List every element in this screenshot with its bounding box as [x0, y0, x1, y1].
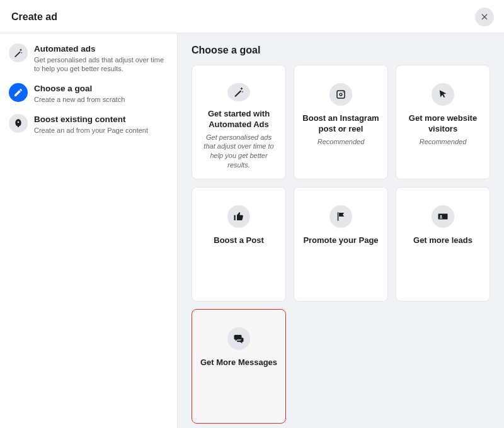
- cursor-icon: [432, 83, 454, 106]
- dialog-header: Create ad: [0, 0, 504, 33]
- sidebar-item-desc: Create a new ad from scratch: [34, 95, 125, 104]
- dialog-title: Create ad: [11, 11, 57, 23]
- card-sub: Recommended: [420, 137, 467, 147]
- sidebar: Automated ads Get personalised ads that …: [0, 33, 178, 428]
- main-heading: Choose a goal: [192, 45, 490, 56]
- card-title: Promote your Page: [303, 235, 378, 246]
- goal-grid: Get started with Automated Ads Get perso…: [192, 65, 490, 424]
- card-title: Get started with Automated Ads: [198, 109, 279, 130]
- sidebar-item-automated-ads[interactable]: Automated ads Get personalised ads that …: [5, 40, 172, 79]
- sidebar-item-title: Choose a goal: [34, 83, 125, 94]
- goal-card-get-leads[interactable]: Get more leads: [396, 187, 490, 301]
- flag-icon: [329, 205, 352, 228]
- sidebar-item-desc: Get personalised ads that adjust over ti…: [34, 55, 166, 74]
- card-sub: Recommended: [318, 137, 365, 147]
- wand-icon: [9, 43, 28, 62]
- card-desc: Get personalised ads that adjust over ti…: [198, 133, 279, 170]
- card-title: Get More Messages: [200, 358, 277, 368]
- card-title: Boost a Post: [214, 235, 263, 246]
- close-button[interactable]: [475, 8, 494, 26]
- goal-card-automated-ads[interactable]: Get started with Automated Ads Get perso…: [192, 65, 286, 179]
- instagram-icon: [329, 83, 352, 106]
- messages-icon: [227, 327, 250, 350]
- rocket-icon: [9, 114, 28, 133]
- card-title: Get more leads: [413, 235, 472, 246]
- sidebar-item-boost-existing[interactable]: Boost existing content Create an ad from…: [5, 110, 172, 141]
- goal-card-promote-page[interactable]: Promote your Page: [294, 187, 388, 301]
- goal-card-website-visitors[interactable]: Get more website visitors Recommended: [396, 65, 490, 179]
- goal-card-get-messages[interactable]: Get More Messages: [192, 309, 286, 424]
- sidebar-item-desc: Create an ad from your Page content: [34, 126, 148, 135]
- sidebar-item-title: Automated ads: [34, 43, 166, 55]
- main-panel: Choose a goal Get started with Automated…: [178, 33, 504, 428]
- edit-icon: [9, 83, 28, 102]
- wand-icon: [227, 83, 250, 101]
- thumbs-up-icon: [227, 205, 250, 228]
- close-icon: [480, 12, 489, 23]
- id-card-icon: [432, 205, 454, 228]
- card-title: Boost an Instagram post or reel: [301, 113, 381, 135]
- goal-card-boost-post[interactable]: Boost a Post: [192, 187, 286, 301]
- card-title: Get more website visitors: [403, 113, 483, 135]
- goal-card-boost-instagram[interactable]: Boost an Instagram post or reel Recommen…: [294, 65, 388, 179]
- sidebar-item-title: Boost existing content: [34, 114, 148, 125]
- sidebar-item-choose-goal[interactable]: Choose a goal Create a new ad from scrat…: [5, 79, 172, 110]
